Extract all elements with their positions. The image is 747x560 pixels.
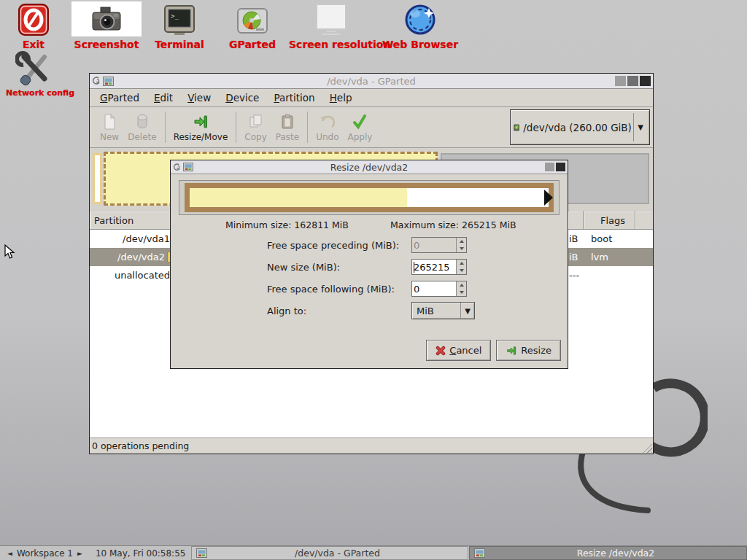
- desktop-icon-label: Screen resolution: [289, 39, 372, 50]
- desktop-icon-network-config[interactable]: Network config: [6, 51, 63, 98]
- desktop-icon-label: Network config: [6, 88, 63, 98]
- align-to-combobox[interactable]: MiB ▼: [411, 302, 475, 319]
- delete-button[interactable]: Delete: [123, 107, 160, 147]
- gparted-window-icon: [103, 77, 114, 86]
- free-space-following-input[interactable]: [412, 281, 456, 296]
- new-size-label: New size (MiB):: [267, 262, 340, 273]
- resize-move-button[interactable]: Resize/Move: [169, 107, 233, 147]
- menu-device[interactable]: Device: [218, 90, 266, 106]
- new-partition-icon: [101, 113, 118, 131]
- resize-icon: [506, 345, 517, 357]
- toolbar-separator: [307, 112, 308, 143]
- resize-button[interactable]: Resize: [496, 340, 561, 361]
- resize-right-handle[interactable]: [544, 190, 553, 206]
- undo-button[interactable]: Undo: [311, 107, 343, 147]
- minmax-row: Minimum size: 162811 MiB Maximum size: 2…: [171, 219, 568, 234]
- svg-text:>_: >_: [171, 12, 179, 20]
- menubar: GParted Edit View Device Partition Help: [90, 89, 653, 107]
- dialog-titlebar[interactable]: Resize /dev/vda2: [171, 160, 568, 174]
- paste-icon: [279, 113, 296, 131]
- menu-edit[interactable]: Edit: [147, 90, 180, 106]
- taskbar-item-resize-dialog[interactable]: Resize /dev/vda2: [469, 546, 747, 560]
- desktop-icon-screenshot[interactable]: Screenshot: [71, 1, 142, 50]
- spin-arrows: [456, 238, 466, 252]
- maximum-size-label: Maximum size: 265215 MiB: [390, 219, 516, 230]
- free-space-preceding-input: [412, 238, 456, 252]
- desktop-icon-terminal[interactable]: >_ Terminal: [146, 1, 213, 50]
- tools-icon: [6, 51, 63, 86]
- gparted-window-icon: [196, 548, 207, 558]
- desktop-icon-gparted[interactable]: GParted: [220, 1, 285, 50]
- copy-button[interactable]: Copy: [240, 107, 271, 147]
- disk-icon: [220, 1, 285, 36]
- debian-swirl-icon: [92, 76, 101, 86]
- dialog-title: Resize /dev/vda2: [171, 162, 568, 173]
- resize-move-icon: [192, 113, 209, 131]
- globe-icon: [379, 1, 461, 36]
- main-titlebar[interactable]: /dev/vda - GParted: [90, 74, 653, 89]
- new-button[interactable]: New: [96, 107, 123, 147]
- copy-icon: [247, 113, 265, 131]
- menu-help[interactable]: Help: [322, 90, 360, 106]
- apply-icon: [351, 113, 368, 131]
- cancel-x-icon: [436, 346, 446, 356]
- camera-icon: [71, 1, 142, 36]
- column-header-flags[interactable]: Flags: [584, 211, 635, 230]
- desktop-icon-label: Screenshot: [71, 39, 142, 50]
- menu-view[interactable]: View: [180, 90, 218, 106]
- spin-arrows[interactable]: [456, 260, 466, 274]
- desktop-icon-label: Web Browser: [379, 39, 461, 50]
- monitor-icon: [289, 1, 372, 36]
- minimize-button[interactable]: [545, 163, 554, 171]
- debian-swirl-icon: [173, 163, 181, 172]
- column-header-partition[interactable]: Partition: [90, 211, 174, 230]
- apply-button[interactable]: Apply: [344, 107, 377, 147]
- desktop-icon-web-browser[interactable]: Web Browser: [379, 1, 461, 50]
- gparted-window-icon: [183, 163, 193, 171]
- desktop-icon-exit[interactable]: Exit: [10, 1, 57, 50]
- delete-partition-icon: [133, 113, 151, 131]
- align-to-value: MiB: [412, 306, 460, 316]
- resize-dialog: Resize /dev/vda2 Minimum size: 162811 Mi…: [170, 160, 568, 369]
- free-space-preceding-label: Free space preceding (MiB):: [267, 240, 399, 251]
- resize-bar-partition[interactable]: [185, 183, 554, 212]
- paste-button[interactable]: Paste: [271, 107, 303, 147]
- menu-gparted[interactable]: GParted: [93, 90, 147, 106]
- toolbar-separator: [165, 112, 166, 143]
- new-size-spinner[interactable]: [411, 259, 467, 275]
- device-selector-value: /dev/vda (260.00 GiB): [519, 122, 632, 133]
- free-space-following-spinner[interactable]: [411, 281, 467, 297]
- close-button[interactable]: [640, 76, 651, 86]
- workspace-label[interactable]: Workspace 1: [15, 548, 74, 559]
- align-to-label: Align to:: [267, 306, 306, 316]
- disk-visual-vda1[interactable]: [93, 153, 102, 204]
- undo-icon: [319, 113, 336, 131]
- resize-bar: [179, 180, 560, 215]
- status-bar: 0 operations pending: [90, 438, 653, 454]
- resize-grip[interactable]: [640, 440, 652, 453]
- taskbar-item-gparted[interactable]: /dev/vda - GParted: [191, 546, 468, 560]
- desktop-icon-screen-resolution[interactable]: Screen resolution: [289, 1, 372, 50]
- chevron-down-icon: ▼: [461, 307, 474, 315]
- close-button[interactable]: [556, 163, 565, 171]
- toolbar: New Delete Resize/Move Copy: [90, 107, 653, 148]
- workspace-next-icon[interactable]: ►: [74, 550, 85, 557]
- text-caret: [414, 262, 414, 273]
- free-space-following-label: Free space following (MiB):: [267, 284, 395, 295]
- menu-partition[interactable]: Partition: [266, 90, 322, 106]
- maximize-button[interactable]: [627, 76, 638, 86]
- minimize-button[interactable]: [615, 76, 626, 86]
- desktop-icon-label: Terminal: [146, 39, 213, 50]
- workspace-prev-icon[interactable]: ◄: [4, 550, 15, 557]
- taskbar: ◄ Workspace 1 ► 10 May, Fri 00:58:55 ◄ ►…: [0, 545, 747, 560]
- cancel-button[interactable]: Cancel: [426, 340, 491, 361]
- exit-icon: [10, 1, 57, 36]
- device-disk-icon: [514, 120, 519, 136]
- desktop-icon-label: Exit: [10, 39, 57, 50]
- device-selector[interactable]: /dev/vda (260.00 GiB) ▼: [510, 109, 650, 145]
- free-space-following-row: Free space following (MiB):: [171, 278, 568, 300]
- pending-operations: 0 operations pending: [92, 440, 189, 451]
- window-title: /dev/vda - GParted: [90, 76, 653, 87]
- new-size-input[interactable]: [412, 260, 456, 274]
- spin-arrows[interactable]: [456, 281, 466, 296]
